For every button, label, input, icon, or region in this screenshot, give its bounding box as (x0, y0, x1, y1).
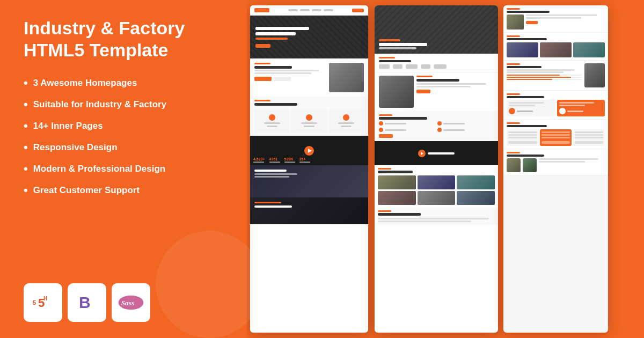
about-section (375, 141, 498, 165)
fr-grid-image (540, 42, 572, 57)
progress-item (507, 79, 582, 80)
price-card-featured (540, 129, 572, 146)
testimonials-label (378, 210, 391, 212)
test-text (559, 105, 586, 106)
fr-testimonials-section (503, 91, 608, 120)
solve-grid (379, 121, 494, 132)
fr-text-line (507, 69, 575, 71)
solve-icon (379, 121, 383, 126)
partner-logo (434, 64, 447, 69)
fr-bottom-testimonials (503, 149, 608, 175)
solve-icon (379, 128, 383, 132)
partner-logo (421, 64, 430, 69)
price-line (575, 134, 603, 136)
svg-text:H: H (43, 296, 47, 302)
works-title (378, 171, 413, 173)
stats-row: 4,523+ 4761 539K 35+ (253, 157, 365, 163)
testimonial-line (539, 161, 585, 163)
testimonial-content (539, 158, 605, 163)
fr-label (507, 93, 520, 95)
provide-btn (416, 90, 430, 93)
solve-item-text (443, 123, 465, 124)
fr-label (507, 35, 520, 37)
fr-grid-image (573, 42, 605, 57)
play-icon (308, 149, 312, 153)
trusted-section (375, 54, 498, 72)
testimonial-text (378, 218, 489, 219)
solve-item-text (385, 123, 406, 124)
progress-fill (507, 77, 571, 78)
section-title (254, 103, 297, 106)
solve-item-text (385, 129, 406, 131)
bottom-testimonials-row (507, 158, 605, 172)
partner-logos (379, 64, 494, 69)
price-line (575, 131, 603, 133)
solve-icon (437, 128, 442, 132)
play-button[interactable] (304, 146, 314, 156)
service-label (264, 122, 280, 124)
fr-title (507, 125, 547, 127)
solve-item (437, 121, 494, 126)
test-text (509, 102, 544, 104)
hero-section (250, 16, 368, 58)
rp-hero-label (379, 39, 400, 41)
hero-button (255, 44, 270, 48)
work-image (418, 175, 456, 189)
solve-item (437, 128, 494, 132)
solve-item (379, 128, 435, 132)
stat-label (299, 161, 310, 163)
feature-item-4: Responsive Design (24, 141, 223, 155)
solve-icon (437, 121, 442, 126)
stat-number: 4761 (269, 157, 280, 161)
play-button[interactable] (418, 150, 426, 157)
service-text (267, 126, 277, 127)
fr-building-section (503, 33, 608, 61)
section-label (254, 100, 270, 101)
work-image (418, 191, 456, 205)
quality-section (250, 58, 368, 97)
fr-label (507, 8, 520, 10)
testimonials-title (378, 213, 421, 216)
hero-title (255, 27, 309, 30)
prep-text (254, 173, 297, 175)
testimonial-text (378, 221, 471, 222)
video-section: 4,523+ 4761 539K 35+ (250, 136, 368, 165)
bottom-label (254, 202, 281, 203)
prep-text (254, 176, 289, 178)
price-line (508, 134, 537, 136)
play-icon (421, 152, 423, 155)
provide-text-line (416, 83, 486, 85)
fr-helping-text (507, 63, 582, 87)
site-nav-links (272, 9, 350, 11)
screenshot-far-right (503, 5, 608, 333)
price-line (541, 134, 570, 136)
testimonial-card (507, 100, 555, 116)
solve-section (375, 111, 498, 141)
service-card (254, 109, 289, 133)
fr-content (507, 14, 605, 30)
html5-badge: 5 5 H (24, 283, 62, 322)
svg-text:B: B (79, 293, 91, 311)
main-title: Industry & Factory HTML5 Template (24, 17, 223, 61)
provide-image (379, 76, 414, 108)
nav-cta-button (352, 9, 364, 12)
fr-helping-section (503, 61, 608, 91)
price-number (575, 141, 603, 144)
service-card (329, 109, 364, 133)
tech-badges: 5 5 H B Sass (24, 283, 223, 322)
stat-label (269, 161, 280, 163)
section-title (254, 66, 292, 69)
feature-item-3: 14+ Inner Pages (24, 119, 223, 133)
progress-item (507, 77, 582, 78)
fr-industrial-section (503, 5, 608, 33)
feature-item-5: Modern & Professional Design (24, 162, 223, 176)
prep-title (254, 170, 287, 172)
fr-title (507, 38, 547, 40)
html5-icon: 5 H (36, 294, 53, 311)
features-list: 3 Awesome Homepages Suitable for Industr… (24, 76, 223, 197)
about-play (418, 150, 455, 157)
fr-title (507, 11, 550, 13)
service-icon (343, 114, 349, 121)
site-nav (250, 5, 368, 16)
avatar (559, 108, 566, 114)
